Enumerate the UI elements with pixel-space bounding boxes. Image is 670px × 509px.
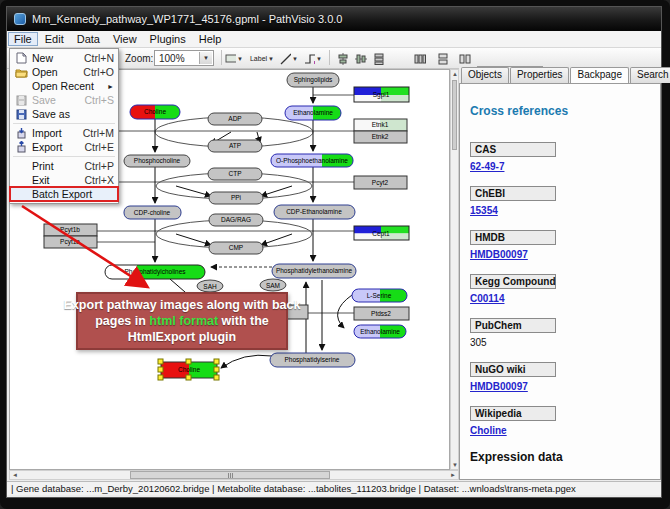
- menu-item-import[interactable]: ImportCtrl+M: [10, 126, 118, 140]
- menu-help[interactable]: Help: [193, 32, 228, 46]
- node-sgpl1[interactable]: Sgpl1: [354, 87, 409, 102]
- svg-text:SAH: SAH: [203, 283, 217, 290]
- stack-horizontal-button[interactable]: [410, 50, 430, 67]
- menu-item-open-recent[interactable]: Open Recent►: [10, 79, 118, 93]
- menu-item-open[interactable]: OpenCtrl+O: [10, 65, 118, 79]
- side-panel: Objects Properties Backpage Search Legen…: [459, 67, 661, 480]
- node-ptdss2[interactable]: Ptdss2: [354, 307, 409, 320]
- scroll-down-icon[interactable]: ▼: [452, 462, 458, 468]
- ref-link[interactable]: Choline: [470, 425, 507, 436]
- app-icon: [14, 13, 26, 25]
- menu-view[interactable]: View: [107, 32, 143, 46]
- annotation-callout: Export pathway images along with back pa…: [76, 292, 288, 350]
- node-l-serine[interactable]: L-Serine: [352, 289, 407, 302]
- align-center-y-button[interactable]: [351, 50, 371, 67]
- svg-text:PPi: PPi: [231, 194, 241, 201]
- menu-item-print[interactable]: PrintCtrl+P: [10, 159, 118, 173]
- node-sphingolipids[interactable]: Sphingolipids: [287, 73, 339, 87]
- node-phosphatidylserine[interactable]: Phosphatidylserine: [270, 353, 355, 367]
- tab-backpage[interactable]: Backpage: [570, 67, 628, 83]
- tab-properties[interactable]: Properties: [510, 67, 570, 83]
- node-sah[interactable]: SAH: [197, 280, 223, 292]
- ref-link[interactable]: C00114: [470, 293, 504, 304]
- datanode-icon: [225, 53, 236, 64]
- node-phosphatidylethanolamine[interactable]: Phosphatidylethanolamine: [272, 264, 356, 278]
- svg-text:Ethanolamine: Ethanolamine: [293, 109, 333, 116]
- menu-item-new[interactable]: NewCtrl+N: [10, 51, 118, 65]
- add-label-button[interactable]: Label ▼: [247, 50, 277, 67]
- menu-item-export[interactable]: ExportCtrl+E: [10, 140, 118, 154]
- node-choline-selected[interactable]: Choline: [158, 359, 219, 380]
- callout-line1: Export pathway images along with back: [64, 297, 301, 313]
- align-center-x-button[interactable]: [333, 50, 353, 67]
- zoom-combobox[interactable]: 100% ▼: [154, 50, 214, 66]
- node-sam[interactable]: SAM: [260, 279, 286, 291]
- export-icon: [14, 141, 28, 153]
- node-cdp-ethanolamine[interactable]: CDP-Ethanolamine: [274, 205, 355, 219]
- node-cmp[interactable]: CMP: [209, 242, 263, 254]
- menu-bar: File Edit Data View Plugins Help: [7, 31, 661, 48]
- title-bar[interactable]: Mm_Kennedy_pathway_WP1771_45176.gpml - P…: [7, 7, 661, 31]
- node-phosphatidylcholines[interactable]: Phosphatidylcholines: [105, 265, 205, 279]
- menu-item-save-as[interactable]: Save as: [10, 107, 118, 121]
- menu-item-save[interactable]: SaveCtrl+S: [10, 93, 118, 107]
- tab-search[interactable]: Search: [630, 67, 670, 83]
- node-cept1[interactable]: Cept1: [354, 226, 409, 240]
- svg-text:Cept1: Cept1: [372, 230, 390, 238]
- node-adp[interactable]: ADP: [208, 113, 262, 125]
- label-tool-text: Label: [250, 55, 267, 62]
- ref-section-cas: CAS 62-49-7: [470, 142, 660, 172]
- stack-vertical-button[interactable]: [369, 50, 389, 67]
- add-datanode-button[interactable]: ▼: [224, 50, 244, 67]
- common-width-button[interactable]: [433, 50, 453, 67]
- ref-link[interactable]: HMDB00097: [470, 381, 528, 392]
- menu-item-exit[interactable]: ExitCtrl+X: [10, 173, 118, 187]
- common-width-icon: [437, 53, 449, 65]
- node-o-phosphoethanolamine[interactable]: O-Phosphoethanolamine: [271, 154, 353, 167]
- node-etnk2[interactable]: Etnk2: [354, 131, 407, 143]
- common-height-button[interactable]: [455, 50, 475, 67]
- ref-link[interactable]: 62-49-7: [470, 161, 504, 172]
- ref-link[interactable]: HMDB00097: [470, 249, 528, 260]
- vertical-scroll-thumb[interactable]: [452, 80, 457, 150]
- node-ethanolamine[interactable]: Ethanolamine: [285, 106, 341, 120]
- menu-edit[interactable]: Edit: [39, 32, 70, 46]
- node-pcyt2[interactable]: Pcyt2: [354, 176, 407, 189]
- svg-text:Choline: Choline: [144, 108, 166, 115]
- node-dag-rag[interactable]: DAG/RAG: [209, 214, 263, 226]
- menu-file[interactable]: File: [8, 32, 38, 46]
- canvas-vertical-scrollbar[interactable]: ▲ ▼: [450, 69, 459, 470]
- node-pcyt1b[interactable]: Pcyt1b: [44, 224, 97, 236]
- svg-text:ATP: ATP: [229, 142, 241, 149]
- common-height-icon: [459, 53, 471, 65]
- tab-objects[interactable]: Objects: [461, 67, 509, 83]
- import-icon: [14, 127, 28, 139]
- add-line-button[interactable]: ▼: [279, 50, 299, 67]
- submenu-arrow-icon: ►: [107, 83, 114, 90]
- svg-text:Phosphatidylserine: Phosphatidylserine: [285, 356, 340, 364]
- chevron-down-icon[interactable]: ▼: [199, 52, 212, 64]
- scroll-right-icon[interactable]: ►: [450, 472, 456, 478]
- ref-link[interactable]: 15354: [470, 205, 498, 216]
- horizontal-scroll-thumb[interactable]: [130, 471, 330, 479]
- svg-text:Phosphatidylethanolamine: Phosphatidylethanolamine: [276, 267, 353, 275]
- node-ppi[interactable]: PPi: [209, 192, 263, 204]
- node-pcyt1a[interactable]: Pcyt1a: [44, 236, 97, 248]
- scroll-up-icon[interactable]: ▲: [452, 71, 458, 77]
- menu-plugins[interactable]: Plugins: [144, 32, 192, 46]
- node-ethanolamine-2[interactable]: Ethanolamine: [354, 325, 406, 338]
- scroll-left-icon[interactable]: ◄: [12, 472, 18, 478]
- node-etnk1[interactable]: Etnk1: [354, 119, 407, 131]
- ref-source-label: HMDB: [470, 230, 556, 245]
- canvas-horizontal-scrollbar[interactable]: ◄ ►: [9, 470, 459, 480]
- svg-text:Pcyt2: Pcyt2: [372, 179, 389, 187]
- node-cdp-choline[interactable]: CDP-choline: [124, 206, 181, 219]
- node-atp[interactable]: ATP: [208, 140, 262, 152]
- menu-data[interactable]: Data: [71, 32, 106, 46]
- menu-item-batch-export[interactable]: Batch Export: [10, 187, 118, 201]
- stack-horizontal-icon: [414, 53, 426, 65]
- node-ctp[interactable]: CTP: [208, 168, 262, 180]
- add-connector-button[interactable]: ▼: [303, 50, 323, 67]
- node-phosphocholine[interactable]: Phosphocholine: [124, 155, 190, 167]
- node-choline[interactable]: Choline: [130, 105, 180, 119]
